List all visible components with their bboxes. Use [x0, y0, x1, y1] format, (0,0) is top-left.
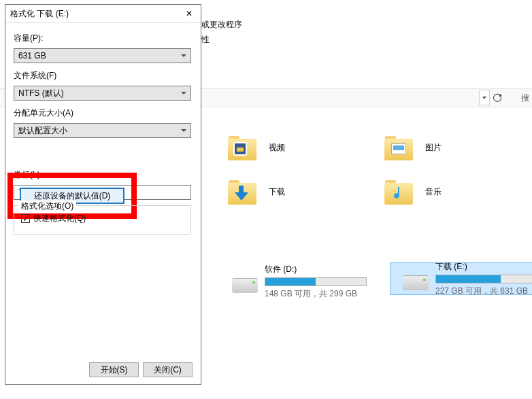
context-menu-item[interactable]: 性 [201, 34, 210, 46]
filesystem-combo[interactable]: NTFS (默认) [14, 86, 191, 101]
folder-downloads[interactable]: 下载 [207, 173, 364, 211]
folder-label: 下载 [269, 186, 285, 198]
folder-icon [384, 180, 413, 205]
allocation-combo[interactable]: 默认配置大小 [14, 123, 191, 138]
capacity-label: 容量(P): [14, 33, 193, 44]
chevron-down-icon [181, 92, 186, 94]
folders-group: 视频 图片 下载 音乐 [207, 129, 531, 211]
folder-icon [384, 136, 413, 160]
search-input[interactable]: 搜 [521, 92, 529, 104]
chevron-down-icon [181, 54, 186, 57]
drive-usage-bar [435, 275, 532, 283]
address-dropdown[interactable] [479, 90, 490, 105]
folder-icon [228, 180, 256, 205]
quick-format-checkbox[interactable]: ✓ [21, 214, 30, 223]
drive-name: 软件 (D:) [265, 264, 381, 275]
close-dialog-button[interactable]: 关闭(C) [143, 362, 193, 377]
capacity-combo[interactable]: 631 GB [14, 48, 191, 63]
folder-label: 音乐 [425, 186, 442, 198]
start-label: 开始(S) [101, 364, 128, 376]
format-options-legend: 格式化选项(O) [18, 201, 76, 212]
folder-videos[interactable]: 视频 [207, 129, 364, 167]
format-options-fieldset: 格式化选项(O) ✓ 快速格式化(Q) [14, 205, 191, 235]
drive-icon [232, 278, 258, 293]
quick-format-label: 快速格式化(Q) [33, 213, 86, 224]
check-icon: ✓ [22, 215, 29, 222]
allocation-label: 分配单元大小(A) [14, 107, 193, 119]
drive-free-text: 148 GB 可用，共 299 GB [265, 288, 381, 300]
folder-label: 视频 [269, 142, 285, 154]
drive-name: 下载 (E:) [435, 261, 532, 273]
refresh-icon [493, 93, 502, 103]
drive-usage-bar [265, 277, 367, 286]
context-menu-item[interactable]: 或更改程序 [201, 19, 242, 31]
close-label: 关闭(C) [154, 364, 182, 376]
drive-icon [403, 275, 429, 290]
dialog-title: 格式化 下载 (E:) [10, 8, 178, 20]
chevron-down-icon [482, 97, 486, 99]
folder-pictures[interactable]: 图片 [364, 129, 520, 167]
dialog-titlebar[interactable]: 格式化 下载 (E:) ✕ [5, 5, 201, 23]
filesystem-label: 文件系统(F) [14, 70, 193, 82]
drive-free-text: 227 GB 可用，共 631 GB [435, 285, 532, 297]
drive-e[interactable]: 下载 (E:) 227 GB 可用，共 631 GB [390, 262, 532, 295]
capacity-value: 631 GB [18, 51, 46, 60]
quick-format-row[interactable]: ✓ 快速格式化(Q) [21, 213, 184, 224]
refresh-button[interactable] [491, 90, 503, 105]
restore-defaults-label: 还原设备的默认值(D) [34, 190, 111, 202]
close-button[interactable]: ✕ [178, 5, 201, 23]
folder-icon [228, 136, 256, 160]
drive-d[interactable]: 软件 (D:) 148 GB 可用，共 299 GB [220, 265, 381, 298]
filesystem-value: NTFS (默认) [18, 88, 64, 99]
allocation-value: 默认配置大小 [18, 125, 67, 137]
format-dialog: 格式化 下载 (E:) ✕ 容量(P): 631 GB 文件系统(F) NTFS… [5, 4, 201, 385]
folder-label: 图片 [425, 142, 442, 154]
close-icon: ✕ [186, 9, 193, 18]
start-button[interactable]: 开始(S) [89, 362, 139, 377]
chevron-down-icon [181, 129, 186, 132]
folder-music[interactable]: 音乐 [364, 173, 520, 211]
